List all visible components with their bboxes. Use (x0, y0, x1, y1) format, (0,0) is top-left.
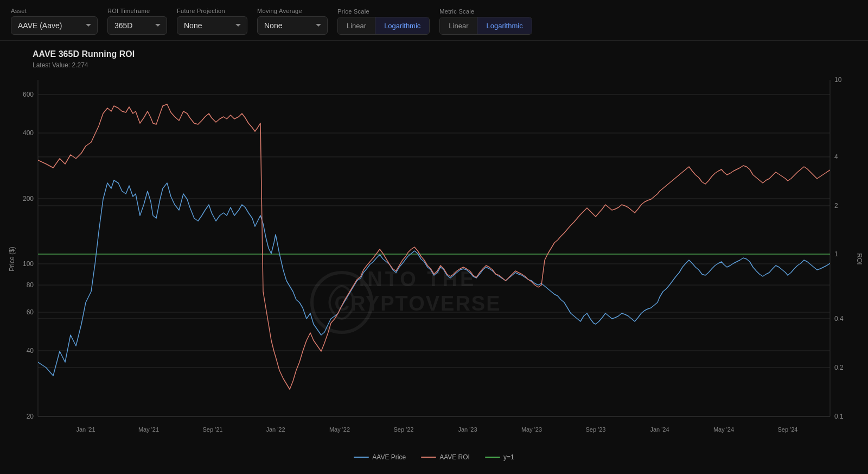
roi-timeframe-control: ROI Timeframe 365D 180D 90D 30D (107, 8, 167, 35)
chart-wrapper: 600 400 200 100 80 60 40 20 Price ($) 10… (5, 74, 863, 449)
svg-text:CRYPTOVERSE: CRYPTOVERSE (334, 292, 501, 315)
svg-text:Sep '24: Sep '24 (778, 426, 798, 433)
legend-item-y1: y=1 (485, 453, 514, 461)
svg-text:200: 200 (23, 195, 34, 203)
svg-rect-0 (5, 74, 863, 449)
main-chart: 600 400 200 100 80 60 40 20 Price ($) 10… (5, 74, 863, 449)
svg-text:May '22: May '22 (329, 426, 350, 433)
svg-text:1: 1 (834, 250, 838, 258)
chart-legend: AAVE Price AAVE ROI y=1 (5, 453, 863, 461)
svg-text:600: 600 (23, 91, 34, 98)
price-scale-toggle: Linear Logarithmic (337, 17, 430, 35)
moving-average-control: Moving Average None 7D 30D 90D (257, 8, 328, 35)
svg-text:Sep '21: Sep '21 (203, 426, 223, 433)
price-scale-log-btn[interactable]: Logarithmic (375, 17, 429, 34)
metric-scale-toggle: Linear Logarithmic (439, 17, 532, 35)
legend-dot-y1 (485, 457, 500, 458)
svg-text:100: 100 (23, 260, 34, 268)
future-projection-select[interactable]: None 30D 90D 180D (177, 16, 247, 35)
metric-scale-label: Metric Scale (439, 8, 532, 15)
future-projection-label: Future Projection (177, 8, 247, 14)
moving-average-label: Moving Average (257, 8, 328, 14)
svg-text:40: 40 (27, 347, 34, 355)
future-projection-control: Future Projection None 30D 90D 180D (177, 8, 247, 35)
legend-label-price: AAVE Price (372, 453, 406, 461)
roi-timeframe-label: ROI Timeframe (107, 8, 167, 14)
svg-text:Jan '21: Jan '21 (76, 426, 95, 433)
svg-text:ROI: ROI (856, 253, 863, 264)
svg-text:Jan '22: Jan '22 (266, 426, 285, 433)
svg-text:0.2: 0.2 (834, 364, 844, 371)
legend-item-roi: AAVE ROI (421, 453, 470, 461)
roi-timeframe-select[interactable]: 365D 180D 90D 30D (107, 16, 167, 35)
legend-label-roi: AAVE ROI (439, 453, 470, 461)
svg-text:4: 4 (834, 153, 838, 161)
chart-container: AAVE 365D Running ROI Latest Value: 2.27… (0, 41, 868, 466)
legend-item-price: AAVE Price (354, 453, 406, 461)
metric-scale-control: Metric Scale Linear Logarithmic (439, 8, 532, 35)
svg-text:May '21: May '21 (138, 426, 159, 433)
svg-text:80: 80 (27, 281, 34, 289)
controls-bar: Asset AAVE (Aave) BTC (Bitcoin) ETH (Eth… (0, 0, 868, 41)
svg-text:2: 2 (834, 202, 838, 210)
svg-text:0.1: 0.1 (834, 413, 844, 420)
legend-label-y1: y=1 (503, 453, 514, 461)
metric-scale-log-btn[interactable]: Logarithmic (477, 17, 531, 34)
svg-text:Jan '24: Jan '24 (650, 426, 669, 433)
legend-dot-price (354, 457, 369, 458)
price-scale-linear-btn[interactable]: Linear (338, 17, 375, 34)
metric-scale-linear-btn[interactable]: Linear (440, 17, 477, 34)
svg-text:10: 10 (834, 76, 842, 84)
svg-text:May '24: May '24 (713, 426, 734, 433)
price-scale-label: Price Scale (337, 8, 430, 15)
moving-average-select[interactable]: None 7D 30D 90D (257, 16, 328, 35)
svg-text:Price ($): Price ($) (8, 247, 16, 271)
chart-title: AAVE 365D Running ROI (5, 49, 863, 59)
svg-text:May '23: May '23 (521, 426, 542, 433)
svg-text:0.4: 0.4 (834, 315, 844, 323)
asset-select[interactable]: AAVE (Aave) BTC (Bitcoin) ETH (Ethereum) (11, 16, 98, 35)
asset-control: Asset AAVE (Aave) BTC (Bitcoin) ETH (Eth… (11, 8, 98, 35)
svg-text:Sep '23: Sep '23 (586, 426, 606, 433)
price-scale-control: Price Scale Linear Logarithmic (337, 8, 430, 35)
svg-text:20: 20 (27, 413, 34, 420)
legend-dot-roi (421, 457, 436, 458)
chart-subtitle: Latest Value: 2.274 (5, 61, 863, 69)
svg-text:Sep '22: Sep '22 (394, 426, 414, 433)
svg-text:60: 60 (27, 308, 34, 316)
svg-text:Jan '23: Jan '23 (458, 426, 477, 433)
asset-label: Asset (11, 8, 98, 14)
svg-text:400: 400 (23, 129, 34, 137)
